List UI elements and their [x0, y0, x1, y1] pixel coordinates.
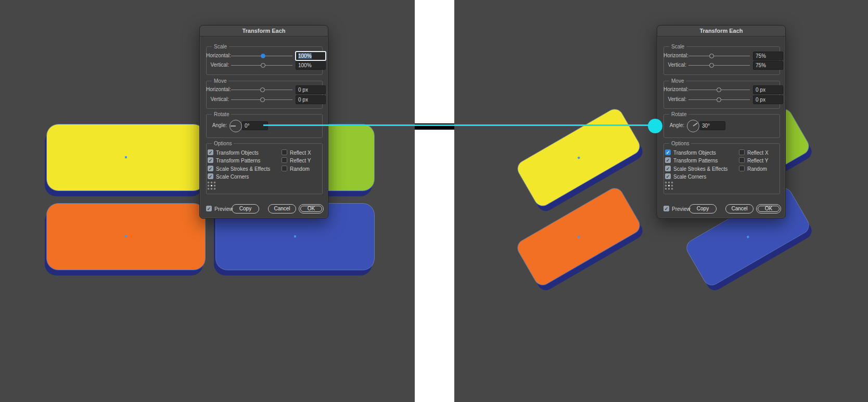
shape-center-point: [294, 235, 296, 237]
slider-knob[interactable]: [717, 97, 721, 102]
scale-horizontal-input[interactable]: 75%: [753, 52, 783, 60]
slider-knob[interactable]: [261, 54, 265, 58]
slider-knob[interactable]: [717, 87, 721, 92]
checkbox-icon[interactable]: [208, 149, 213, 155]
angle-label: Angle:: [206, 122, 227, 128]
move-horizontal-slider[interactable]: [231, 90, 292, 90]
dialog-titlebar[interactable]: Transform Each: [657, 26, 785, 36]
checkbox-icon[interactable]: [282, 157, 287, 163]
checkbox-icon[interactable]: [282, 149, 287, 155]
ok-button[interactable]: OK: [756, 204, 781, 213]
scale-horizontal-label: Horizontal:: [663, 53, 686, 58]
copy-button[interactable]: Copy: [232, 204, 259, 213]
dialog-titlebar[interactable]: Transform Each: [200, 26, 328, 36]
move-vertical-slider[interactable]: [231, 99, 292, 100]
rotate-group-label: Rotate: [669, 111, 688, 117]
cancel-button[interactable]: Cancel: [268, 204, 296, 213]
rotate-group-label: Rotate: [212, 111, 231, 117]
checkbox-icon[interactable]: [665, 149, 671, 155]
reference-point-locator-icon[interactable]: [665, 182, 673, 190]
move-vertical-input[interactable]: 0 px: [296, 95, 326, 104]
scale-vertical-slider[interactable]: [231, 65, 292, 66]
slider-knob[interactable]: [260, 87, 265, 92]
move-horizontal-label: Horizontal:: [663, 86, 686, 92]
panel-divider-gap: [415, 0, 454, 402]
reference-point-locator-icon[interactable]: [208, 182, 215, 190]
angle-input[interactable]: 30°: [699, 121, 725, 130]
move-horizontal-label: Horizontal:: [206, 86, 229, 92]
slider-knob[interactable]: [261, 63, 265, 68]
ok-button[interactable]: OK: [299, 204, 324, 213]
transform-each-dialog-right: Transform Each Scale Horizontal: 75% Ver…: [657, 25, 786, 219]
checkbox-icon[interactable]: [282, 166, 287, 171]
shape-center-point: [125, 235, 127, 237]
scale-group-label: Scale: [669, 44, 686, 49]
scale-horizontal-slider[interactable]: [688, 56, 750, 56]
slider-knob[interactable]: [709, 54, 714, 58]
checkbox-icon[interactable]: [208, 157, 213, 163]
checkbox-icon[interactable]: [739, 157, 745, 163]
move-vertical-label: Vertical:: [663, 96, 686, 102]
checkbox-icon[interactable]: [665, 166, 671, 171]
checkbox-icon[interactable]: [206, 206, 212, 211]
angle-label: Angle:: [663, 122, 684, 128]
move-horizontal-slider[interactable]: [688, 90, 750, 90]
checkbox-icon[interactable]: [739, 149, 745, 155]
move-horizontal-input[interactable]: 0 px: [296, 85, 326, 94]
move-group-label: Move: [669, 78, 686, 84]
move-horizontal-input[interactable]: 0 px: [753, 85, 783, 94]
checkbox-icon[interactable]: [663, 206, 669, 211]
checkbox-icon[interactable]: [665, 157, 671, 163]
copy-button[interactable]: Copy: [689, 204, 717, 213]
checkbox-icon[interactable]: [208, 166, 213, 171]
scale-vertical-label: Vertical:: [663, 62, 686, 68]
shape-center-point: [125, 156, 127, 158]
angle-dial-pointer: [231, 125, 236, 127]
options-group-label: Options: [669, 141, 691, 146]
annotation-endpoint-circle: [648, 119, 662, 133]
scale-horizontal-input[interactable]: 100%: [296, 52, 326, 60]
cancel-button[interactable]: Cancel: [725, 204, 754, 213]
scale-horizontal-label: Horizontal:: [206, 53, 229, 58]
scale-vertical-label: Vertical:: [206, 62, 229, 68]
artwork-orange-rect[interactable]: [47, 204, 205, 270]
checkbox-icon[interactable]: [208, 173, 213, 179]
transform-each-dialog-left: Transform Each Scale Horizontal: 100% Ve…: [199, 25, 328, 219]
move-vertical-slider[interactable]: [688, 99, 750, 100]
angle-dial[interactable]: [229, 120, 242, 132]
annotation-connector-line: [263, 124, 655, 126]
scale-vertical-input[interactable]: 100%: [296, 61, 326, 70]
move-vertical-label: Vertical:: [206, 96, 229, 102]
angle-dial[interactable]: [687, 120, 699, 132]
dialog-title: Transform Each: [200, 26, 328, 36]
move-vertical-input[interactable]: 0 px: [753, 95, 783, 104]
scale-vertical-input[interactable]: 75%: [753, 61, 783, 70]
scale-vertical-slider[interactable]: [688, 65, 750, 66]
artwork-yellow-rect[interactable]: [47, 124, 205, 191]
options-group-label: Options: [212, 141, 234, 146]
dialog-title: Transform Each: [657, 26, 785, 36]
scale-horizontal-slider[interactable]: [231, 56, 292, 56]
angle-dial-pointer: [693, 122, 697, 126]
checkbox-icon[interactable]: [665, 173, 671, 179]
checkbox-icon[interactable]: [739, 166, 745, 171]
slider-knob[interactable]: [709, 63, 714, 68]
move-group-label: Move: [212, 78, 228, 84]
scale-group-label: Scale: [212, 44, 229, 49]
slider-knob[interactable]: [260, 97, 265, 102]
